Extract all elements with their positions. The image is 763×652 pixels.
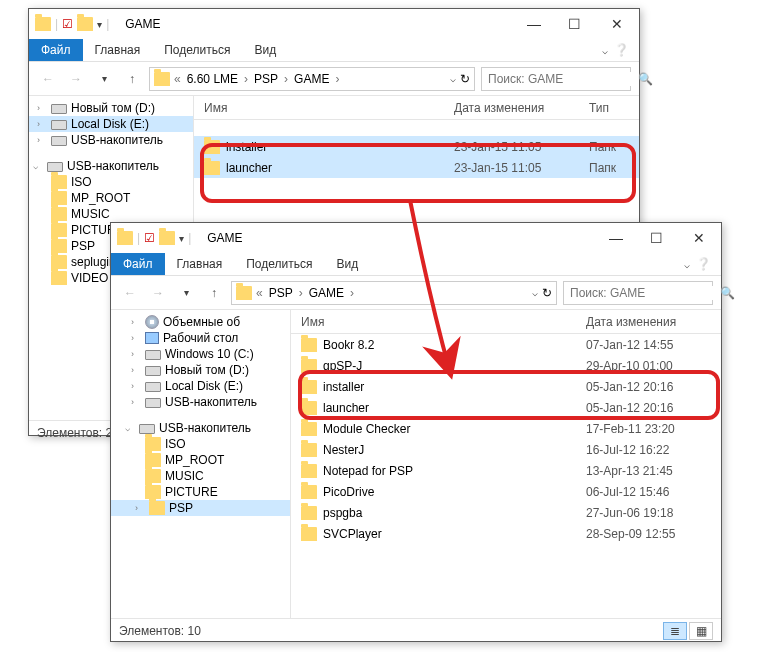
tab-file[interactable]: Файл — [111, 253, 165, 275]
list-row[interactable]: launcher 23-Jan-15 11:05 Папк — [194, 157, 639, 178]
tab-view[interactable]: Вид — [324, 253, 370, 275]
breadcrumb-seg[interactable]: 6.60 LME — [185, 72, 240, 86]
list-row[interactable]: pspgba27-Jun-06 19:18 — [291, 502, 721, 523]
tree-item[interactable]: ›Объемные об — [111, 314, 290, 330]
list-row[interactable]: Bookr 8.207-Jan-12 14:55 — [291, 334, 721, 355]
search-icon[interactable]: 🔍 — [638, 72, 653, 86]
col-name[interactable]: Имя — [301, 315, 586, 329]
search-icon[interactable]: 🔍 — [720, 286, 735, 300]
list-row[interactable]: Module Checker17-Feb-11 23:20 — [291, 418, 721, 439]
checkbox-icon[interactable]: ☑ — [62, 17, 73, 31]
folder-icon — [51, 271, 67, 285]
ribbon-collapse-icon[interactable]: ⌵ — [684, 259, 690, 270]
maximize-button[interactable]: ☐ — [636, 223, 676, 253]
view-details-button[interactable]: ≣ — [663, 622, 687, 640]
tab-home[interactable]: Главная — [83, 39, 153, 61]
tree-item[interactable]: ›Новый том (D:) — [29, 100, 193, 116]
history-dropdown[interactable]: ▾ — [175, 282, 197, 304]
tree-item[interactable]: ›Новый том (D:) — [111, 362, 290, 378]
tree-item[interactable]: ›Local Disk (E:) — [111, 378, 290, 394]
breadcrumb-seg[interactable]: GAME — [292, 72, 331, 86]
folder-icon — [149, 501, 165, 515]
up-button[interactable]: ↑ — [121, 68, 143, 90]
col-date[interactable]: Дата изменения — [454, 101, 589, 115]
checkbox-icon[interactable]: ☑ — [144, 231, 155, 245]
refresh-icon[interactable]: ↻ — [542, 286, 552, 300]
tree-item[interactable]: PICTURE — [111, 484, 290, 500]
list-row[interactable]: installer05-Jan-12 20:16 — [291, 376, 721, 397]
qat-dropdown-icon[interactable]: ▾ — [97, 19, 102, 30]
up-button[interactable]: ↑ — [203, 282, 225, 304]
tree-label: USB-накопитель — [71, 133, 163, 147]
tree-item[interactable]: MP_ROOT — [111, 452, 290, 468]
minimize-button[interactable]: — — [514, 9, 554, 39]
navbar: ← → ▾ ↑ « PSP › GAME › ⌵ ↻ 🔍 — [111, 276, 721, 310]
forward-button[interactable]: → — [147, 282, 169, 304]
tree-item[interactable]: ›Рабочий стол — [111, 330, 290, 346]
col-date[interactable]: Дата изменения — [586, 315, 721, 329]
help-icon[interactable]: ❔ — [614, 43, 629, 57]
refresh-icon[interactable]: ↻ — [460, 72, 470, 86]
search-input[interactable] — [488, 72, 638, 86]
back-button[interactable]: ← — [119, 282, 141, 304]
folder-icon — [145, 469, 161, 483]
titlebar[interactable]: | ☑ ▾ | GAME — ☐ ✕ — [111, 223, 721, 253]
address-bar[interactable]: « PSP › GAME › ⌵ ↻ — [231, 281, 557, 305]
back-button[interactable]: ← — [37, 68, 59, 90]
list-row[interactable]: installer 23-Jan-15 11:05 Папк — [194, 136, 639, 157]
close-button[interactable]: ✕ — [594, 9, 639, 39]
history-dropdown[interactable]: ▾ — [93, 68, 115, 90]
tree-item[interactable]: ⌵USB-накопитель — [111, 420, 290, 436]
list-row[interactable]: Notepad for PSP13-Apr-13 21:45 — [291, 460, 721, 481]
close-button[interactable]: ✕ — [676, 223, 721, 253]
minimize-button[interactable]: — — [596, 223, 636, 253]
tree-item[interactable]: ›USB-накопитель — [111, 394, 290, 410]
address-dropdown-icon[interactable]: ⌵ — [532, 287, 538, 298]
tab-view[interactable]: Вид — [242, 39, 288, 61]
view-icons-button[interactable]: ▦ — [689, 622, 713, 640]
tree-item[interactable]: ›USB-накопитель — [29, 132, 193, 148]
list-header[interactable]: Имя Дата изменения Тип — [194, 96, 639, 120]
drive-icon — [47, 162, 63, 172]
folder-icon — [51, 255, 67, 269]
tab-home[interactable]: Главная — [165, 253, 235, 275]
tree-label: VIDEO — [71, 271, 108, 285]
folder-icon — [301, 527, 317, 541]
tree-item[interactable]: ISO — [111, 436, 290, 452]
ribbon-collapse-icon[interactable]: ⌵ — [602, 45, 608, 56]
address-bar[interactable]: « 6.60 LME › PSP › GAME › ⌵ ↻ — [149, 67, 475, 91]
file-type: Папк — [589, 161, 639, 175]
list-row[interactable]: launcher05-Jan-12 20:16 — [291, 397, 721, 418]
list-row[interactable]: SVCPlayer28-Sep-09 12:55 — [291, 523, 721, 544]
breadcrumb-seg[interactable]: PSP — [252, 72, 280, 86]
maximize-button[interactable]: ☐ — [554, 9, 594, 39]
col-name[interactable]: Имя — [204, 101, 454, 115]
file-list[interactable]: Имя Дата изменения Bookr 8.207-Jan-12 14… — [291, 310, 721, 618]
titlebar[interactable]: | ☑ ▾ | GAME — ☐ ✕ — [29, 9, 639, 39]
tree-label: MUSIC — [165, 469, 204, 483]
tab-file[interactable]: Файл — [29, 39, 83, 61]
breadcrumb-seg[interactable]: PSP — [267, 286, 295, 300]
forward-button[interactable]: → — [65, 68, 87, 90]
file-date: 17-Feb-11 23:20 — [586, 422, 721, 436]
breadcrumb-seg[interactable]: GAME — [307, 286, 346, 300]
search-input[interactable] — [570, 286, 720, 300]
list-row[interactable]: PicoDrive06-Jul-12 15:46 — [291, 481, 721, 502]
col-type[interactable]: Тип — [589, 101, 639, 115]
list-row[interactable]: gpSP-J29-Apr-10 01:00 — [291, 355, 721, 376]
search-box[interactable]: 🔍 — [563, 281, 713, 305]
tree-item[interactable]: ›PSP — [111, 500, 290, 516]
list-row[interactable]: NesterJ16-Jul-12 16:22 — [291, 439, 721, 460]
help-icon[interactable]: ❔ — [696, 257, 711, 271]
tab-share[interactable]: Поделиться — [234, 253, 324, 275]
tree-label: Windows 10 (C:) — [165, 347, 254, 361]
address-dropdown-icon[interactable]: ⌵ — [450, 73, 456, 84]
list-header[interactable]: Имя Дата изменения — [291, 310, 721, 334]
qat-dropdown-icon[interactable]: ▾ — [179, 233, 184, 244]
tree-item[interactable]: ›Windows 10 (C:) — [111, 346, 290, 362]
tree-item[interactable]: ›Local Disk (E:) — [29, 116, 193, 132]
nav-tree[interactable]: ›Объемные об ›Рабочий стол ›Windows 10 (… — [111, 310, 291, 618]
tree-item[interactable]: MUSIC — [111, 468, 290, 484]
tab-share[interactable]: Поделиться — [152, 39, 242, 61]
search-box[interactable]: 🔍 — [481, 67, 631, 91]
